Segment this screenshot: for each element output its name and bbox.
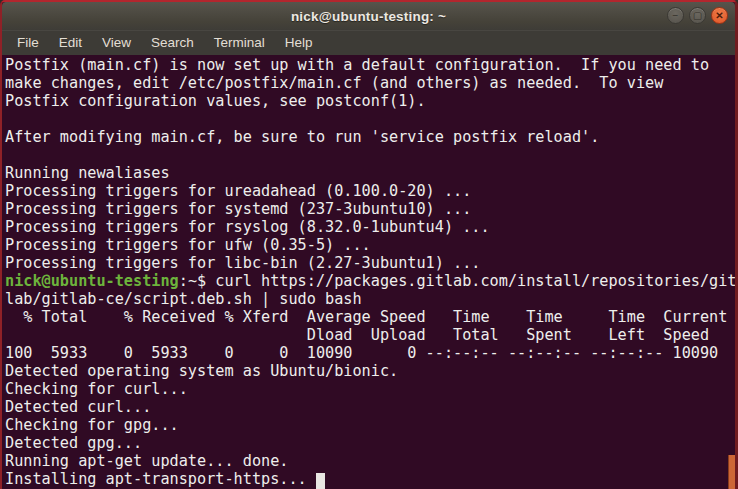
terminal-text: Detected gpg... bbox=[5, 434, 142, 452]
menu-terminal[interactable]: Terminal bbox=[205, 32, 274, 53]
terminal-text: Running apt-get update... done. bbox=[5, 452, 288, 470]
terminal-line: Processing triggers for ufw (0.35-5) ... bbox=[5, 236, 735, 254]
terminal-line: Detected operating system as Ubuntu/bion… bbox=[5, 362, 735, 380]
menu-file[interactable]: File bbox=[8, 32, 48, 53]
terminal-line: Running apt-get update... done. bbox=[5, 452, 735, 470]
terminal-text: After modifying main.cf, be sure to run … bbox=[5, 128, 599, 146]
terminal-text: Dload Upload Total Spent Left Speed bbox=[5, 326, 709, 344]
terminal-window: nick@ubuntu-testing: ~ − ▢ ✕ File Edit V… bbox=[0, 0, 738, 489]
scrollbar-thumb[interactable] bbox=[728, 455, 735, 489]
prompt-user-host: nick@ubuntu-testing bbox=[5, 272, 179, 290]
terminal-line: lab/gitlab-ce/script.deb.sh | sudo bash bbox=[5, 290, 735, 308]
terminal-text: Detected operating system as Ubuntu/bion… bbox=[5, 362, 398, 380]
terminal-line: After modifying main.cf, be sure to run … bbox=[5, 128, 735, 146]
terminal-line: Checking for gpg... bbox=[5, 416, 735, 434]
terminal-text: Processing triggers for ufw (0.35-5) ... bbox=[5, 236, 371, 254]
terminal-line: Detected gpg... bbox=[5, 434, 735, 452]
terminal-text: Installing apt-transport-https... bbox=[5, 470, 316, 488]
terminal-line: Checking for curl... bbox=[5, 380, 735, 398]
terminal-text: Processing triggers for ureadahead (0.10… bbox=[5, 182, 471, 200]
terminal-text: Checking for curl... bbox=[5, 380, 188, 398]
terminal-line bbox=[5, 146, 735, 164]
terminal-text: Running newaliases bbox=[5, 164, 170, 182]
close-button[interactable]: ✕ bbox=[711, 7, 728, 24]
terminal-line: 100 5933 0 5933 0 0 10090 0 --:--:-- --:… bbox=[5, 344, 735, 362]
maximize-button[interactable]: ▢ bbox=[689, 7, 706, 24]
maximize-icon: ▢ bbox=[693, 11, 702, 21]
terminal-text: % Total % Received % Xferd Average Speed… bbox=[5, 308, 727, 326]
terminal-text: Detected curl... bbox=[5, 398, 151, 416]
menu-search[interactable]: Search bbox=[142, 32, 203, 53]
close-icon: ✕ bbox=[715, 11, 723, 21]
terminal-text: lab/gitlab-ce/script.deb.sh | sudo bash bbox=[5, 290, 362, 308]
terminal-line: Processing triggers for rsyslog (8.32.0-… bbox=[5, 218, 735, 236]
menu-bar: File Edit View Search Terminal Help bbox=[2, 30, 735, 55]
terminal-line: Processing triggers for ureadahead (0.10… bbox=[5, 182, 735, 200]
terminal-text: Postfix (main.cf) is now set up with a d… bbox=[5, 56, 709, 74]
menu-view[interactable]: View bbox=[93, 32, 140, 53]
terminal-text: Checking for gpg... bbox=[5, 416, 179, 434]
terminal-text: Postfix configuration values, see postco… bbox=[5, 92, 426, 110]
terminal-text: 100 5933 0 5933 0 0 10090 0 --:--:-- --:… bbox=[5, 344, 718, 362]
window-title: nick@ubuntu-testing: ~ bbox=[2, 9, 735, 24]
terminal-text: :~$ curl https://packages.gitlab.com/ins… bbox=[179, 272, 735, 290]
terminal-text: Processing triggers for libc-bin (2.27-3… bbox=[5, 254, 480, 272]
menu-edit[interactable]: Edit bbox=[50, 32, 91, 53]
terminal-line bbox=[5, 110, 735, 128]
terminal-cursor bbox=[316, 473, 325, 489]
minimize-button[interactable]: − bbox=[667, 7, 684, 24]
minimize-icon: − bbox=[673, 11, 679, 21]
terminal-text: Processing triggers for rsyslog (8.32.0-… bbox=[5, 218, 490, 236]
menu-help[interactable]: Help bbox=[276, 32, 322, 53]
terminal-line: nick@ubuntu-testing:~$ curl https://pack… bbox=[5, 272, 735, 290]
terminal-line: Installing apt-transport-https... bbox=[5, 470, 735, 488]
terminal-line: Detected curl... bbox=[5, 398, 735, 416]
terminal-text: Processing triggers for systemd (237-3ub… bbox=[5, 200, 471, 218]
terminal-line: Processing triggers for systemd (237-3ub… bbox=[5, 200, 735, 218]
terminal-line: Running newaliases bbox=[5, 164, 735, 182]
terminal-output[interactable]: Postfix (main.cf) is now set up with a d… bbox=[2, 55, 735, 489]
terminal-line: make changes, edit /etc/postfix/main.cf … bbox=[5, 74, 735, 92]
terminal-line: Postfix (main.cf) is now set up with a d… bbox=[5, 56, 735, 74]
terminal-text: make changes, edit /etc/postfix/main.cf … bbox=[5, 74, 663, 92]
window-controls: − ▢ ✕ bbox=[667, 7, 728, 24]
title-bar[interactable]: nick@ubuntu-testing: ~ − ▢ ✕ bbox=[2, 2, 735, 30]
terminal-line: % Total % Received % Xferd Average Speed… bbox=[5, 308, 735, 326]
terminal-line: Processing triggers for libc-bin (2.27-3… bbox=[5, 254, 735, 272]
terminal-line: Dload Upload Total Spent Left Speed bbox=[5, 326, 735, 344]
terminal-line: Postfix configuration values, see postco… bbox=[5, 92, 735, 110]
